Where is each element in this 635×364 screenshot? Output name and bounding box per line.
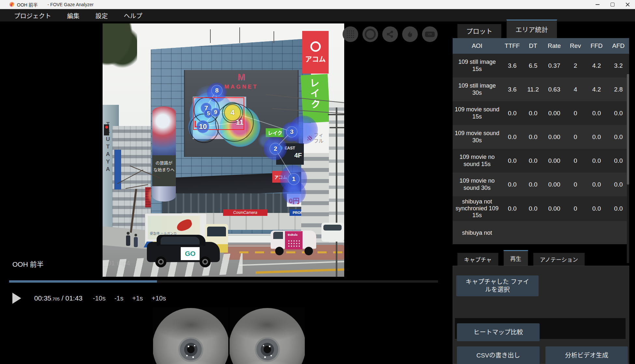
zero-yen-sign: 0円 [287,194,302,207]
pole-crossarm [328,114,344,115]
aoi-name-cell: 109 still image 30s [453,80,501,98]
magnet-logo-m: M [237,72,245,82]
menu-item[interactable]: 編集 [67,11,79,20]
aoi-name-cell: 109 movie no sound 30s [453,175,501,193]
app-window: OOH 前半 - FOVE Gaze Analyzer プロジェクト 編集 設定… [0,0,635,364]
table-row[interactable]: 109 still image 15s 3.6 6.5 0.37 2 4.2 3… [453,54,629,77]
dt-cell: 0.0 [523,205,543,212]
rev-cell: 0 [565,157,586,164]
lake-mid-label: レイク [268,129,282,136]
pillar-ad-line2: な始まりへ [152,167,176,174]
circle-icon[interactable] [362,26,378,42]
rate-cell: 0.00 [543,133,565,141]
pedestrian [134,234,138,247]
window-document-title: OOH 前半 [17,1,38,8]
afd-cell: 0.0 [608,133,629,141]
jump-button[interactable]: +1s [132,295,143,302]
acom-sign-mid: アコム [272,171,289,183]
afd-cell: 0.0 [608,157,629,164]
led-screen-content [193,97,246,139]
menu-item[interactable]: ヘルプ [124,11,142,20]
csv-export-button[interactable]: CSVの書き出し [457,346,540,364]
minimize-icon [596,4,600,5]
column-header: AFD [608,42,629,49]
taxi-wheel [200,256,211,267]
van-dot-pattern [288,240,300,248]
table-row[interactable]: shibuya not [453,221,629,244]
stats-tab[interactable]: エリア統計 [506,20,557,38]
share-icon[interactable] [382,26,398,42]
pillar-artwork [152,106,176,155]
flame-icon[interactable] [402,26,418,42]
aoi-stats-table: AOI TTFF DT Rate Rev FFD AFD 10 [453,38,629,244]
maximize-icon [611,3,614,7]
scrollbar-thumb[interactable] [627,74,629,185]
control-tab[interactable]: 再生 [503,250,528,266]
stats-tab[interactable]: プロット [457,24,501,38]
column-header: DT [523,42,543,49]
pillar-ad-text: の旅路が な始まりへ [152,155,176,186]
magnet-sign: MAGNET [224,84,258,90]
table-scrollbar[interactable] [627,73,629,263]
play-button[interactable] [12,293,21,304]
video-filename-watermark: _01 mp4 [104,259,130,267]
aoi-name-cell: shibuya not [453,228,501,238]
time-display: 00:35.705/01:43 [34,294,82,302]
menu-item[interactable]: プロジェクト [14,11,51,20]
aiful-label: フィフル [314,132,325,144]
select-captured-file-button[interactable]: キャプチャした ファイルを選択 [456,275,539,296]
acom-sign-top: アコム [302,31,329,74]
acom-mid-label: アコム [274,174,287,180]
video-title-label: OOH 前半 [12,259,44,269]
east-label: EAST [285,146,295,150]
menu-item[interactable]: 設定 [95,11,108,20]
timeline-seekbar[interactable] [9,280,438,283]
aiful-logo-icon [307,136,312,140]
aoi-name-cell: 109 movie sound 15s [453,104,501,122]
ffd-cell: 0.0 [586,205,608,212]
jump-button[interactable]: +10s [152,295,166,302]
left-eye-camera [153,307,228,364]
control-tab[interactable]: キャプチャ [457,253,499,266]
right-eye-image [230,308,305,364]
table-row[interactable]: 109 still image 30s 3.6 11.2 0.63 4 4.2 … [453,77,629,101]
jump-button[interactable]: -10s [93,295,106,302]
maximize-button[interactable] [605,0,620,9]
ffd-cell: 0.0 [586,133,608,141]
roof-antenna [239,27,240,43]
table-row[interactable]: 109 movie no sound 15s 0.0 0.0 0.00 0 0.… [453,149,629,173]
table-row[interactable]: 109 movie sound 15s 0.0 0.0 0.00 0 0.0 0… [453,101,629,125]
minimize-button[interactable] [590,0,605,9]
window-app-title: - FOVE Gaze Analyzer [48,2,94,7]
dot-grid-icon[interactable] [343,26,358,42]
afd-cell: 0.0 [608,205,629,212]
window-controls [590,0,635,9]
rate-cell: 0.37 [543,62,565,69]
heatmap-compare-button[interactable]: ヒートマップ比較 [457,323,540,341]
close-button[interactable] [620,0,635,9]
traffic-light [104,124,109,135]
table-row[interactable]: 109 movie no sound 30s 0.0 0.0 0.00 0 0.… [453,173,629,196]
ffd-cell: 0.0 [586,110,608,117]
table-body: 109 still image 15s 3.6 6.5 0.37 2 4.2 3… [453,54,629,244]
van-magenta-panel: ⊕akula [285,231,303,249]
table-row[interactable]: shibuya not synchronied 109 15s 0.0 0.0 … [453,196,629,221]
jump-buttons: -10s -1s +1s +10s [93,295,166,302]
vr-headset-icon[interactable]: VR [422,26,438,42]
rate-cell: 0.00 [543,181,565,188]
table-row[interactable]: 109 movie sound 30s 0.0 0.0 0.00 0 0.0 0… [453,125,629,149]
dt-cell: 6.5 [523,62,543,69]
column-header: AOI [453,42,501,49]
column-header: FFD [586,42,608,49]
control-tab[interactable]: アノテーション [533,253,585,266]
afd-cell: 2.8 [608,86,629,93]
truck-ad-bird [176,218,193,232]
generate-analysis-video-button[interactable]: 分析ビデオ生成 [545,346,628,364]
jump-button[interactable]: -1s [114,295,123,302]
tree-foliage [103,23,137,71]
rev-cell: 0 [565,205,586,212]
video-viewport[interactable]: TSUTAYA M MAGNET CosmCamera PROMISE 0円 ア… [103,23,344,277]
ffd-cell: 0.0 [586,181,608,188]
control-panel: キャプチャ 再生 アノテーション キャプチャした ファイルを選択 ヒートマップ比… [453,249,629,364]
ttff-cell: 3.6 [501,86,523,93]
